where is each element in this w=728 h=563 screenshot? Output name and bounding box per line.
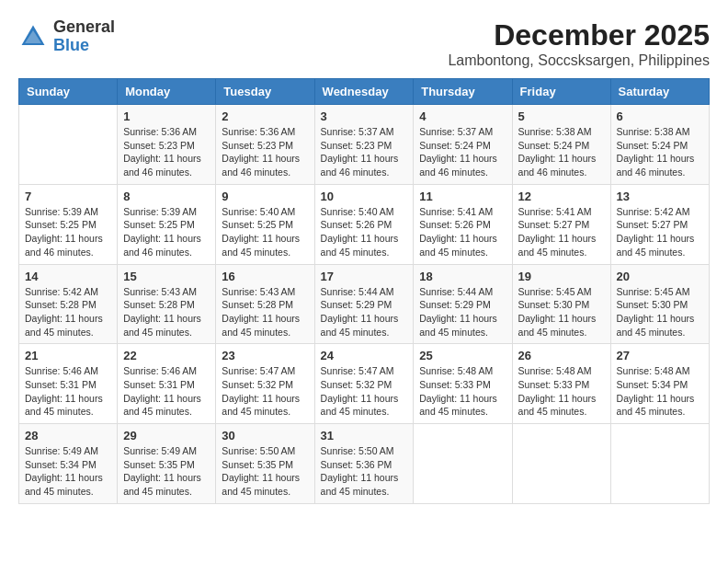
calendar-cell	[512, 424, 610, 504]
logo-text: General Blue	[53, 18, 115, 55]
calendar-cell: 22Sunrise: 5:46 AMSunset: 5:31 PMDayligh…	[118, 344, 216, 424]
day-number: 29	[123, 429, 210, 442]
calendar-week-1: 1Sunrise: 5:36 AMSunset: 5:23 PMDaylight…	[19, 105, 710, 185]
day-number: 16	[222, 270, 308, 283]
day-info: Sunrise: 5:36 AMSunset: 5:23 PMDaylight:…	[222, 125, 308, 179]
calendar-cell: 17Sunrise: 5:44 AMSunset: 5:29 PMDayligh…	[314, 264, 414, 344]
calendar-cell: 27Sunrise: 5:48 AMSunset: 5:34 PMDayligh…	[610, 344, 709, 424]
calendar-cell: 11Sunrise: 5:41 AMSunset: 5:26 PMDayligh…	[414, 184, 512, 264]
day-info: Sunrise: 5:46 AMSunset: 5:31 PMDaylight:…	[25, 364, 111, 419]
day-info: Sunrise: 5:39 AMSunset: 5:25 PMDaylight:…	[25, 205, 111, 259]
header-day-wednesday: Wednesday	[314, 79, 414, 105]
day-number: 10	[321, 190, 408, 203]
day-number: 6	[617, 109, 703, 123]
calendar-cell: 31Sunrise: 5:50 AMSunset: 5:36 PMDayligh…	[314, 424, 414, 504]
calendar-cell: 16Sunrise: 5:43 AMSunset: 5:28 PMDayligh…	[216, 264, 314, 344]
calendar-cell: 2Sunrise: 5:36 AMSunset: 5:23 PMDaylight…	[216, 105, 314, 185]
day-number: 8	[123, 190, 210, 203]
day-number: 31	[321, 429, 408, 442]
calendar-cell: 9Sunrise: 5:40 AMSunset: 5:25 PMDaylight…	[216, 184, 314, 264]
day-number: 15	[123, 270, 210, 283]
day-number: 9	[222, 190, 308, 203]
calendar-cell: 30Sunrise: 5:50 AMSunset: 5:35 PMDayligh…	[216, 424, 314, 504]
day-number: 11	[419, 190, 506, 203]
day-info: Sunrise: 5:37 AMSunset: 5:23 PMDaylight:…	[321, 125, 408, 179]
day-info: Sunrise: 5:37 AMSunset: 5:24 PMDaylight:…	[419, 125, 506, 179]
calendar-week-4: 21Sunrise: 5:46 AMSunset: 5:31 PMDayligh…	[19, 344, 710, 424]
calendar-cell: 13Sunrise: 5:42 AMSunset: 5:27 PMDayligh…	[610, 184, 709, 264]
logo-blue: Blue	[53, 37, 115, 55]
day-number: 13	[617, 190, 703, 203]
day-number: 23	[222, 349, 308, 362]
day-info: Sunrise: 5:40 AMSunset: 5:25 PMDaylight:…	[222, 205, 308, 259]
calendar-cell: 5Sunrise: 5:38 AMSunset: 5:24 PMDaylight…	[512, 105, 610, 185]
calendar-cell: 7Sunrise: 5:39 AMSunset: 5:25 PMDaylight…	[19, 184, 118, 264]
day-number: 28	[25, 429, 111, 442]
calendar-cell: 18Sunrise: 5:44 AMSunset: 5:29 PMDayligh…	[414, 264, 512, 344]
day-number: 1	[123, 109, 210, 123]
calendar-cell: 8Sunrise: 5:39 AMSunset: 5:25 PMDaylight…	[118, 184, 216, 264]
day-number: 12	[518, 190, 605, 203]
calendar-cell: 29Sunrise: 5:49 AMSunset: 5:35 PMDayligh…	[118, 424, 216, 504]
day-info: Sunrise: 5:50 AMSunset: 5:36 PMDaylight:…	[321, 444, 408, 499]
day-number: 26	[518, 349, 605, 362]
day-info: Sunrise: 5:41 AMSunset: 5:26 PMDaylight:…	[419, 205, 506, 259]
day-number: 19	[518, 270, 605, 283]
day-info: Sunrise: 5:41 AMSunset: 5:27 PMDaylight:…	[518, 205, 605, 259]
calendar-cell: 3Sunrise: 5:37 AMSunset: 5:23 PMDaylight…	[314, 105, 414, 185]
day-info: Sunrise: 5:48 AMSunset: 5:33 PMDaylight:…	[419, 364, 506, 419]
calendar-cell: 25Sunrise: 5:48 AMSunset: 5:33 PMDayligh…	[414, 344, 512, 424]
calendar-cell: 20Sunrise: 5:45 AMSunset: 5:30 PMDayligh…	[610, 264, 709, 344]
day-number: 27	[617, 349, 703, 362]
day-number: 25	[419, 349, 506, 362]
day-info: Sunrise: 5:49 AMSunset: 5:34 PMDaylight:…	[25, 444, 111, 499]
header-day-friday: Friday	[512, 79, 610, 105]
calendar-cell: 10Sunrise: 5:40 AMSunset: 5:26 PMDayligh…	[314, 184, 414, 264]
header-day-tuesday: Tuesday	[216, 79, 314, 105]
day-info: Sunrise: 5:43 AMSunset: 5:28 PMDaylight:…	[123, 285, 210, 339]
day-number: 3	[321, 109, 408, 123]
day-number: 4	[419, 109, 506, 123]
day-number: 7	[25, 190, 111, 203]
calendar-cell: 6Sunrise: 5:38 AMSunset: 5:24 PMDaylight…	[610, 105, 709, 185]
day-number: 22	[123, 349, 210, 362]
day-info: Sunrise: 5:45 AMSunset: 5:30 PMDaylight:…	[617, 285, 703, 339]
day-number: 18	[419, 270, 506, 283]
calendar-cell: 12Sunrise: 5:41 AMSunset: 5:27 PMDayligh…	[512, 184, 610, 264]
logo: General Blue	[18, 18, 115, 55]
header-day-monday: Monday	[118, 79, 216, 105]
day-number: 5	[518, 109, 605, 123]
month-year-title: December 2025	[448, 18, 710, 52]
header-day-saturday: Saturday	[610, 79, 709, 105]
logo-icon	[18, 22, 48, 52]
day-info: Sunrise: 5:38 AMSunset: 5:24 PMDaylight:…	[518, 125, 605, 179]
day-info: Sunrise: 5:45 AMSunset: 5:30 PMDaylight:…	[518, 285, 605, 339]
day-info: Sunrise: 5:42 AMSunset: 5:28 PMDaylight:…	[25, 285, 111, 339]
calendar-cell: 28Sunrise: 5:49 AMSunset: 5:34 PMDayligh…	[19, 424, 118, 504]
day-number: 14	[25, 270, 111, 283]
calendar-week-2: 7Sunrise: 5:39 AMSunset: 5:25 PMDaylight…	[19, 184, 710, 264]
day-number: 21	[25, 349, 111, 362]
calendar-table: SundayMondayTuesdayWednesdayThursdayFrid…	[18, 78, 710, 504]
day-number: 24	[321, 349, 408, 362]
calendar-cell: 14Sunrise: 5:42 AMSunset: 5:28 PMDayligh…	[19, 264, 118, 344]
title-block: December 2025 Lambontong, Soccsksargen, …	[448, 18, 710, 69]
calendar-cell: 15Sunrise: 5:43 AMSunset: 5:28 PMDayligh…	[118, 264, 216, 344]
calendar-cell: 4Sunrise: 5:37 AMSunset: 5:24 PMDaylight…	[414, 105, 512, 185]
day-number: 20	[617, 270, 703, 283]
header-day-thursday: Thursday	[414, 79, 512, 105]
day-info: Sunrise: 5:46 AMSunset: 5:31 PMDaylight:…	[123, 364, 210, 419]
day-info: Sunrise: 5:49 AMSunset: 5:35 PMDaylight:…	[123, 444, 210, 499]
header-day-sunday: Sunday	[19, 79, 118, 105]
calendar-header-row: SundayMondayTuesdayWednesdayThursdayFrid…	[19, 79, 710, 105]
day-info: Sunrise: 5:44 AMSunset: 5:29 PMDaylight:…	[419, 285, 506, 339]
calendar-cell	[19, 105, 118, 185]
page-header: General Blue December 2025 Lambontong, S…	[18, 18, 710, 69]
day-info: Sunrise: 5:47 AMSunset: 5:32 PMDaylight:…	[321, 364, 408, 419]
calendar-cell: 1Sunrise: 5:36 AMSunset: 5:23 PMDaylight…	[118, 105, 216, 185]
calendar-cell: 19Sunrise: 5:45 AMSunset: 5:30 PMDayligh…	[512, 264, 610, 344]
day-info: Sunrise: 5:39 AMSunset: 5:25 PMDaylight:…	[123, 205, 210, 259]
day-info: Sunrise: 5:42 AMSunset: 5:27 PMDaylight:…	[617, 205, 703, 259]
calendar-cell	[414, 424, 512, 504]
calendar-cell: 21Sunrise: 5:46 AMSunset: 5:31 PMDayligh…	[19, 344, 118, 424]
